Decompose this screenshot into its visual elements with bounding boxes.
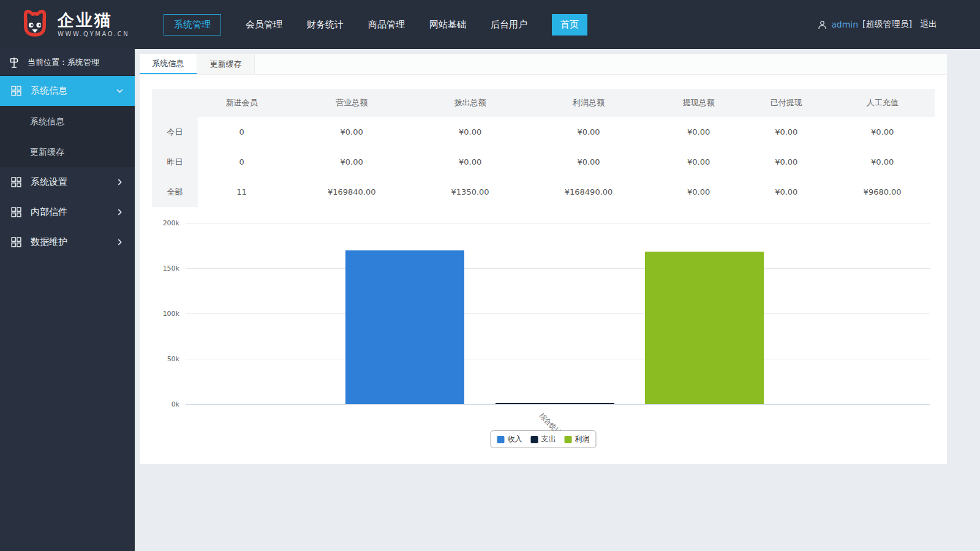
- column-header: 新进会员: [198, 89, 285, 117]
- stats-table: 新进会员营业总额拨出总额利润总额提现总额已付提现人工充值 今日0¥0.00¥0.…: [152, 89, 935, 207]
- sidebar: 当前位置：系统管理 系统信息系统信息更新缓存系统设置内部信件数据维护: [0, 49, 135, 551]
- chevron-down-icon: [116, 87, 124, 95]
- grid-icon: [11, 86, 21, 96]
- table-row: 全部11¥169840.00¥1350.00¥168490.00¥0.00¥0.…: [152, 177, 935, 207]
- nav-item-finance-statistics[interactable]: 财务统计: [307, 14, 344, 36]
- sidebar-item-system-info[interactable]: 系统信息: [0, 76, 135, 106]
- table-cell: ¥0.00: [418, 147, 522, 177]
- column-header: 提现总额: [655, 89, 742, 117]
- table-row: 昨日0¥0.00¥0.00¥0.00¥0.00¥0.00¥0.00: [152, 147, 935, 177]
- column-header: 利润总额: [522, 89, 655, 117]
- sidebar-item-internal-mail[interactable]: 内部信件: [0, 197, 135, 227]
- nav-item-backend-users[interactable]: 后台用户: [491, 14, 527, 36]
- user-role: [超级管理员]: [862, 19, 912, 30]
- nav-item-system-management[interactable]: 系统管理: [164, 14, 221, 36]
- y-axis-tick-label: 150k: [152, 264, 179, 272]
- tab-bar: 系统信息更新缓存: [140, 54, 947, 75]
- user-name[interactable]: admin: [831, 20, 858, 29]
- table-cell: ¥0.00: [830, 117, 935, 147]
- legend-label: 支出: [541, 434, 556, 444]
- legend-label: 利润: [575, 434, 590, 444]
- breadcrumb-label: 当前位置：系统管理: [28, 57, 99, 68]
- sidebar-item-label: 系统信息: [31, 85, 67, 97]
- logout-link[interactable]: 退出: [920, 19, 937, 30]
- legend-item-income[interactable]: 收入: [497, 434, 522, 444]
- legend-swatch: [565, 436, 572, 443]
- nav-item-home[interactable]: 首页: [552, 14, 587, 36]
- row-label: 昨日: [152, 147, 198, 177]
- table-cell: ¥0.00: [522, 147, 655, 177]
- sidebar-submenu: 系统信息更新缓存: [0, 106, 135, 167]
- y-gridline: [186, 404, 930, 405]
- column-header: 营业总额: [285, 89, 418, 117]
- column-header: 已付提现: [742, 89, 830, 117]
- grid-icon: [11, 207, 21, 217]
- column-header: 人工充值: [830, 89, 935, 117]
- y-gridline: [186, 359, 930, 359]
- column-header: 拨出总额: [418, 89, 522, 117]
- legend-swatch: [497, 436, 505, 443]
- stats-header-row: 新进会员营业总额拨出总额利润总额提现总额已付提现人工充值: [152, 89, 935, 117]
- table-cell: ¥168490.00: [522, 177, 655, 207]
- legend-item-profit[interactable]: 利润: [565, 434, 590, 444]
- table-cell: ¥0.00: [742, 147, 830, 177]
- chevron-right-icon: [116, 178, 124, 186]
- main-area: 系统信息更新缓存 新进会员营业总额拨出总额利润总额提现总额已付提现人工充值 今日…: [135, 49, 980, 551]
- content-panel: 系统信息更新缓存 新进会员营业总额拨出总额利润总额提现总额已付提现人工充值 今日…: [140, 54, 947, 464]
- summary-chart: 200k150k100k50k0k综合统计收入支出利润: [152, 216, 935, 457]
- user-area: admin [超级管理员] 退出: [818, 19, 937, 30]
- table-corner: [152, 89, 198, 117]
- brand-logo[interactable]: 企业猫 WWW.QYMAO.CN: [18, 7, 138, 42]
- y-gridline: [186, 223, 930, 223]
- table-cell: ¥0.00: [830, 147, 935, 177]
- table-cell: ¥0.00: [655, 147, 742, 177]
- row-label: 全部: [152, 177, 198, 207]
- nav-item-product-management[interactable]: 商品管理: [368, 14, 405, 36]
- table-cell: ¥0.00: [655, 117, 742, 147]
- table-row: 今日0¥0.00¥0.00¥0.00¥0.00¥0.00¥0.00: [152, 117, 935, 147]
- brand-name: 企业猫: [58, 12, 129, 29]
- top-navbar: 企业猫 WWW.QYMAO.CN 系统管理会员管理财务统计商品管理网站基础后台用…: [0, 0, 980, 49]
- user-icon: [818, 20, 827, 29]
- table-cell: ¥0.00: [285, 147, 418, 177]
- breadcrumb: 当前位置：系统管理: [0, 49, 135, 76]
- y-axis-tick-label: 50k: [152, 355, 179, 363]
- legend-swatch: [531, 436, 538, 443]
- table-cell: ¥9680.00: [830, 177, 935, 207]
- grid-icon: [11, 177, 21, 187]
- table-cell: ¥0.00: [285, 117, 418, 147]
- table-cell: ¥0.00: [418, 117, 522, 147]
- table-cell: ¥0.00: [742, 117, 830, 147]
- table-cell: 0: [198, 147, 285, 177]
- cat-logo-icon: [18, 7, 51, 42]
- nav-item-member-management[interactable]: 会员管理: [246, 14, 282, 36]
- bar-expense[interactable]: [496, 403, 614, 404]
- y-axis-tick-label: 200k: [152, 219, 179, 227]
- row-label: 今日: [152, 117, 198, 147]
- signpost-icon: [8, 56, 20, 69]
- table-cell: ¥169840.00: [285, 177, 418, 207]
- legend-item-expense[interactable]: 支出: [531, 434, 556, 444]
- nav-item-website-basic[interactable]: 网站基础: [429, 14, 466, 36]
- y-axis-tick-label: 0k: [152, 400, 179, 408]
- sidebar-item-label: 系统设置: [31, 176, 67, 188]
- y-gridline: [186, 268, 930, 269]
- stats-body: 今日0¥0.00¥0.00¥0.00¥0.00¥0.00¥0.00昨日0¥0.0…: [152, 117, 935, 207]
- sidebar-menu: 系统信息系统信息更新缓存系统设置内部信件数据维护: [0, 76, 135, 257]
- brand-url: WWW.QYMAO.CN: [58, 31, 129, 37]
- bar-profit[interactable]: [645, 252, 764, 404]
- bar-income[interactable]: [345, 250, 464, 404]
- sidebar-subitem-update-cache-sub[interactable]: 更新缓存: [0, 137, 135, 167]
- sidebar-item-system-settings[interactable]: 系统设置: [0, 167, 135, 197]
- tab-update-cache[interactable]: 更新缓存: [197, 54, 255, 74]
- y-axis-tick-label: 100k: [152, 310, 179, 318]
- chart-legend: 收入支出利润: [491, 430, 597, 448]
- tab-system-info[interactable]: 系统信息: [140, 54, 197, 74]
- table-cell: 11: [198, 177, 285, 207]
- sidebar-item-data-maintenance[interactable]: 数据维护: [0, 227, 135, 257]
- sidebar-subitem-system-info-sub[interactable]: 系统信息: [0, 106, 135, 137]
- grid-icon: [11, 237, 21, 247]
- y-gridline: [186, 313, 930, 314]
- table-cell: ¥0.00: [742, 177, 830, 207]
- table-cell: ¥0.00: [655, 177, 742, 207]
